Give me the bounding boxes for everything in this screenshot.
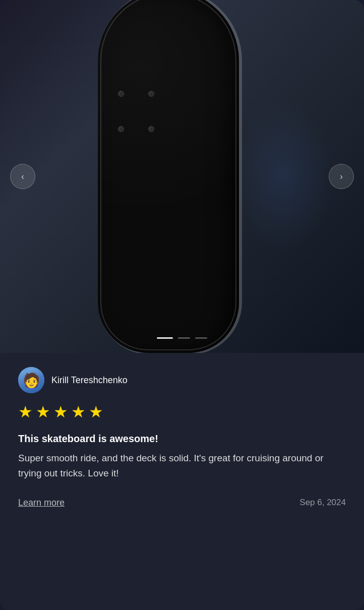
review-card: ‹ › 🧑 Kirill Tereshchenko ★ ★ ★ bbox=[0, 0, 364, 610]
carousel-dots bbox=[157, 337, 207, 339]
star-5: ★ bbox=[89, 402, 103, 421]
skateboard-visual bbox=[88, 0, 259, 353]
chevron-right-icon: › bbox=[340, 171, 343, 182]
bolt-screw bbox=[148, 91, 154, 97]
learn-more-link[interactable]: Learn more bbox=[18, 498, 65, 508]
star-3: ★ bbox=[53, 402, 68, 421]
stars-row: ★ ★ ★ ★ ★ bbox=[18, 402, 346, 421]
next-button[interactable]: › bbox=[329, 164, 354, 189]
star-2: ★ bbox=[36, 402, 50, 421]
skateboard-shape bbox=[98, 0, 239, 353]
review-title: This skateboard is awesome! bbox=[18, 432, 346, 446]
carousel-dot-1[interactable] bbox=[157, 337, 173, 339]
bolt-screw bbox=[148, 126, 154, 132]
review-footer: Learn more Sep 6, 2024 bbox=[18, 498, 346, 508]
chevron-left-icon: ‹ bbox=[21, 171, 24, 182]
review-date: Sep 6, 2024 bbox=[299, 498, 346, 508]
bolt-screw bbox=[118, 91, 124, 97]
avatar-inner: 🧑 bbox=[18, 367, 44, 393]
star-1: ★ bbox=[18, 402, 33, 421]
prev-button[interactable]: ‹ bbox=[10, 164, 35, 189]
reviewer-row: 🧑 Kirill Tereshchenko bbox=[18, 367, 346, 393]
bolt-screw bbox=[118, 126, 124, 132]
review-body: Super smooth ride, and the deck is solid… bbox=[18, 451, 346, 481]
avatar: 🧑 bbox=[18, 367, 44, 393]
carousel-dot-3[interactable] bbox=[195, 337, 207, 339]
review-content-section: 🧑 Kirill Tereshchenko ★ ★ ★ ★ ★ This ska… bbox=[0, 353, 364, 610]
skateboard-deck bbox=[98, 0, 239, 353]
reviewer-name: Kirill Tereshchenko bbox=[51, 375, 128, 386]
carousel-dot-2[interactable] bbox=[178, 337, 190, 339]
star-4: ★ bbox=[71, 402, 86, 421]
avatar-emoji: 🧑 bbox=[23, 372, 40, 389]
product-image-section: ‹ › bbox=[0, 0, 364, 353]
